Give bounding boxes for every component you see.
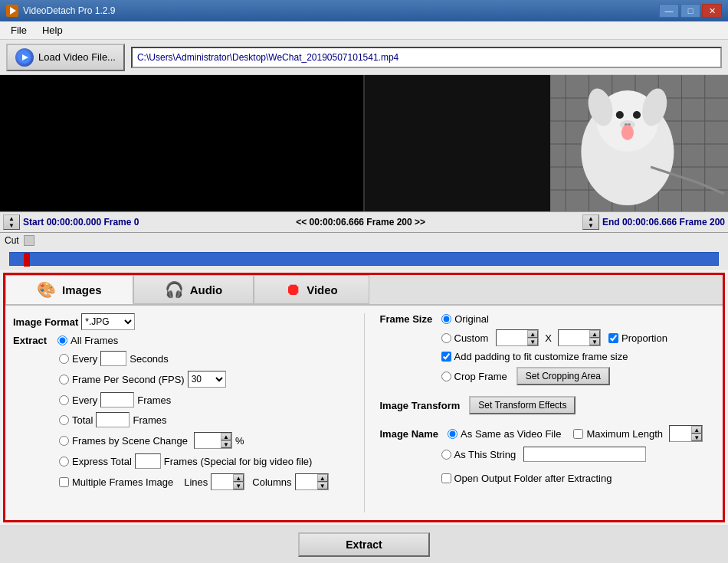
images-tab-icon: 🎨: [37, 280, 56, 299]
columns-up[interactable]: ▲: [317, 474, 328, 482]
scene-down[interactable]: ▼: [221, 440, 231, 448]
video-panel-left: [0, 75, 363, 211]
multi-frames-checkbox[interactable]: [59, 477, 69, 487]
close-button[interactable]: ✕: [702, 4, 722, 18]
images-tab-label: Images: [62, 283, 102, 296]
multi-frames-label: Multiple Frames Image: [72, 476, 173, 488]
load-btn-label: Load Video File...: [38, 51, 116, 63]
max-length-checkbox[interactable]: [573, 429, 583, 439]
width-spinner[interactable]: 540 ▲ ▼: [496, 329, 539, 346]
app-title: VideoDetach Pro 1.2.9: [23, 5, 116, 16]
height-down[interactable]: ▼: [589, 338, 600, 345]
every-frames-radio[interactable]: [59, 395, 69, 405]
proportion-checkbox[interactable]: [608, 333, 618, 343]
x-label: X: [545, 332, 552, 344]
right-panel: Frame Size Original Custom 540 ▲ ▼ X: [380, 313, 716, 512]
image-transform-label: Image Transform: [380, 400, 461, 411]
every-frames-input[interactable]: 50: [100, 392, 134, 408]
width-spinner-btns: ▲ ▼: [527, 330, 538, 345]
width-down[interactable]: ▼: [527, 338, 538, 345]
express-radio[interactable]: [59, 457, 69, 466]
columns-down[interactable]: ▼: [317, 482, 328, 489]
padding-checkbox[interactable]: [441, 352, 451, 362]
total-radio[interactable]: [59, 415, 69, 425]
frames-label2: Frames: [133, 414, 166, 426]
set-cropping-button[interactable]: Set Cropping Area: [516, 367, 610, 385]
frame-size-label: Frame Size: [380, 313, 433, 325]
extract-row: Extract All Frames: [13, 335, 349, 346]
scene-radio[interactable]: [59, 436, 69, 446]
as-string-radio[interactable]: [441, 450, 451, 460]
video-tab-label: Video: [307, 283, 338, 296]
lines-spinner[interactable]: 2 ▲ ▼: [211, 473, 244, 490]
audio-tab-icon: 🎧: [165, 280, 184, 299]
max-length-input[interactable]: 5: [670, 426, 691, 441]
max-length-up[interactable]: ▲: [691, 426, 702, 434]
as-string-row: As This String: [380, 447, 716, 462]
express-row: Express Total 10 Frames (Special for big…: [13, 453, 349, 469]
max-length-spinner[interactable]: 5 ▲ ▼: [669, 425, 703, 442]
custom-radio[interactable]: [441, 333, 451, 343]
minimize-button[interactable]: —: [659, 4, 679, 18]
original-radio[interactable]: [441, 314, 451, 324]
max-length-label: Maximum Length: [586, 428, 663, 440]
end-frame-spinner[interactable]: ▲▼: [582, 214, 599, 230]
maximize-button[interactable]: □: [680, 4, 700, 18]
lines-down[interactable]: ▼: [233, 482, 244, 489]
proportion-label: Proportion: [621, 332, 667, 344]
percent-label: %: [235, 435, 244, 447]
menu-file[interactable]: File: [3, 22, 34, 38]
tab-video[interactable]: ⏺ Video: [254, 275, 369, 304]
lines-spinner-btns: ▲ ▼: [233, 474, 244, 489]
scene-input[interactable]: 10: [195, 433, 221, 448]
cut-handle[interactable]: [24, 235, 34, 246]
fps-select[interactable]: 30252415: [188, 371, 226, 388]
svg-point-20: [616, 111, 624, 119]
width-up[interactable]: ▲: [527, 330, 538, 338]
timeline-track[interactable]: [9, 252, 719, 266]
start-frame-spinner[interactable]: ▲▼: [3, 214, 20, 230]
set-transform-button[interactable]: Set Transform Effects: [469, 396, 576, 414]
every-seconds-radio[interactable]: [59, 354, 69, 364]
express-desc: Frames (Special for big video file): [164, 456, 313, 467]
every-seconds-input[interactable]: 1: [100, 351, 126, 366]
max-length-spinner-btns: ▲ ▼: [691, 426, 702, 441]
total-input[interactable]: 10: [96, 412, 130, 427]
timeline-handle[interactable]: [24, 253, 30, 267]
lines-input[interactable]: 2: [212, 474, 233, 489]
columns-spinner-btns: ▲ ▼: [317, 474, 328, 489]
tab-images[interactable]: 🎨 Images: [5, 275, 133, 304]
scene-spinner[interactable]: 10 ▲ ▼: [194, 432, 232, 449]
tab-audio[interactable]: 🎧 Audio: [133, 275, 254, 304]
scene-up[interactable]: ▲: [221, 433, 231, 440]
extract-button[interactable]: Extract: [298, 532, 429, 557]
columns-input[interactable]: 3: [296, 474, 317, 489]
string-input[interactable]: [523, 447, 646, 462]
all-frames-label: All Frames: [71, 335, 118, 346]
columns-spinner[interactable]: 3 ▲ ▼: [295, 473, 329, 490]
fps-label: Frame Per Second (FPS): [72, 374, 185, 385]
crop-radio[interactable]: [441, 372, 451, 381]
height-input[interactable]: 960: [559, 330, 589, 345]
load-icon: [15, 48, 34, 67]
image-format-select[interactable]: *.JPG*.PNG*.BMP: [81, 313, 135, 330]
total-row: Total 10 Frames: [13, 412, 349, 427]
lines-up[interactable]: ▲: [233, 474, 244, 482]
express-input[interactable]: 10: [135, 453, 161, 469]
height-spinner[interactable]: 960 ▲ ▼: [558, 329, 601, 346]
menu-help[interactable]: Help: [34, 22, 71, 38]
width-input[interactable]: 540: [497, 330, 527, 345]
max-length-down[interactable]: ▼: [691, 434, 702, 441]
same-as-video-label: As Same as Video File: [461, 428, 561, 440]
same-as-video-radio[interactable]: [448, 429, 457, 439]
original-label: Original: [454, 313, 489, 325]
cut-row: Cut: [0, 233, 728, 248]
tabs: 🎨 Images 🎧 Audio ⏺ Video: [5, 275, 723, 306]
spacer2: [380, 419, 716, 425]
load-video-button[interactable]: Load Video File...: [6, 44, 125, 71]
padding-label: Add padding to fit customize frame size: [454, 351, 628, 362]
all-frames-radio[interactable]: [57, 336, 67, 345]
height-up[interactable]: ▲: [589, 330, 600, 338]
open-output-checkbox[interactable]: [441, 473, 451, 483]
fps-radio[interactable]: [59, 375, 69, 385]
